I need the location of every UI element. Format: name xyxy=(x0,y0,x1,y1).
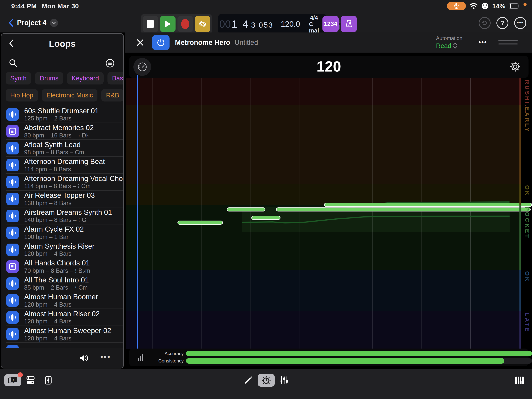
loop-list-item[interactable]: Air Release Topper 03130 bpm – 8 Bars xyxy=(1,191,123,208)
more-options-button[interactable]: ••• xyxy=(514,17,526,29)
loop-subtitle: 85 bpm – 2 Bars – ⁝ Cm xyxy=(24,284,89,291)
lcd-display[interactable]: 00 1 4 3 053 120.0 4/4 C maj InOut MIDI xyxy=(218,14,326,34)
filter-chip[interactable]: Synth xyxy=(6,72,31,84)
plugin-preset-name[interactable]: Untitled xyxy=(234,38,258,47)
loop-list-item[interactable]: Airstream Dreams Synth 01140 bpm – 8 Bar… xyxy=(1,207,123,224)
bpm-value[interactable]: 120 xyxy=(129,58,529,75)
loops-browser-panel: Loops SynthDrumsKeyboardBassSound Effect… xyxy=(1,33,124,368)
volume-icon[interactable] xyxy=(79,354,89,362)
plugin-power-button[interactable] xyxy=(152,35,170,50)
metronome-button[interactable] xyxy=(341,16,357,32)
consistency-label: Consistency xyxy=(154,358,186,364)
zone-strip xyxy=(519,105,521,184)
record-button[interactable] xyxy=(177,16,193,32)
lcd-position-ticks: 3 053 xyxy=(251,21,273,29)
midi-loop-icon xyxy=(6,125,19,137)
help-button[interactable]: ? xyxy=(496,17,508,29)
note-bar[interactable] xyxy=(177,221,223,225)
mixer-sliders-button[interactable] xyxy=(278,374,290,387)
loop-list-item[interactable]: Afternoon Dreaming Vocal Chop114 bpm – 8… xyxy=(1,174,123,191)
close-icon[interactable] xyxy=(137,39,144,46)
loop-item-text: Afternoon Dreaming Vocal Chop114 bpm – 8… xyxy=(24,175,123,190)
audio-loop-icon xyxy=(6,244,19,256)
timing-curve xyxy=(242,216,509,223)
bottom-dock: ♪ xyxy=(0,369,532,399)
cycle-loop-button[interactable] xyxy=(195,16,210,32)
loops-browser-toggle-button[interactable]: ♪ xyxy=(4,374,21,386)
keyboard-toggle-button[interactable] xyxy=(513,374,526,386)
filter-icon xyxy=(105,59,115,68)
loop-list-item[interactable]: Afternoon Dreaming Beat114 bpm – 8 Bars xyxy=(1,157,123,174)
loop-list-item[interactable]: Almost Human Sweeper 02120 bpm – 4 Bars xyxy=(1,326,123,343)
filter-chip[interactable]: Electronic Music xyxy=(42,89,97,101)
zone-label: OK xyxy=(522,184,532,205)
filter-chip[interactable]: Drums xyxy=(35,72,63,84)
loop-title: Alarm Cycle FX 02 xyxy=(24,225,84,234)
zone-label: LATE xyxy=(522,311,532,349)
zone-strip xyxy=(519,78,521,105)
plugin-resize-handle[interactable] xyxy=(498,40,518,47)
loop-list-item[interactable]: Alarm Cycle FX 02100 bpm – 1 Bar xyxy=(1,224,123,241)
filter-chip[interactable]: Bass xyxy=(108,72,124,84)
loop-list-item[interactable]: 60s Shuffle Drumset 01125 bpm – 2 Bars xyxy=(1,106,123,123)
loop-item-text: All Hands Chords 0170 bpm – 8 Bars – ⁝ B… xyxy=(24,259,90,274)
lcd-position-prefix: 00 xyxy=(219,18,231,30)
audio-loop-icon xyxy=(6,142,19,154)
loop-list-item[interactable]: Almost Human Riser 02120 bpm – 4 Bars xyxy=(1,309,123,326)
audio-loop-icon xyxy=(6,227,19,239)
audio-loop-icon xyxy=(6,159,19,171)
zone-strip xyxy=(519,184,521,205)
note-bar[interactable] xyxy=(251,216,280,220)
controls-knob-button[interactable] xyxy=(258,374,275,387)
loop-list-item[interactable]: All Hands Chords 0170 bpm – 8 Bars – ⁝ B… xyxy=(1,258,123,275)
filter-chip[interactable]: Hip Hop xyxy=(6,89,38,101)
note-bar[interactable] xyxy=(227,207,266,211)
stop-button[interactable] xyxy=(143,16,158,32)
loop-subtitle: 114 bpm – 8 Bars xyxy=(24,166,105,173)
project-title[interactable]: Project 4 xyxy=(17,19,46,27)
plugin-more-button[interactable]: ••• xyxy=(478,38,487,46)
loop-subtitle: 120 bpm – 4 Bars xyxy=(24,335,111,342)
filter-chip[interactable]: R&B xyxy=(101,89,124,101)
loop-list-item[interactable]: Afloat Synth Lead98 bpm – 8 Bars – Cm xyxy=(1,140,123,157)
timing-feedback-canvas[interactable]: RUSHI...EARLYOKPOCKETOKLATE xyxy=(126,78,532,349)
audio-loop-icon xyxy=(6,311,19,324)
count-in-button[interactable]: 1234 xyxy=(323,16,339,32)
search-button[interactable] xyxy=(9,59,18,68)
playhead[interactable] xyxy=(137,75,138,349)
note-bar[interactable] xyxy=(324,203,532,207)
loop-subtitle: 100 bpm – 1 Bar xyxy=(24,234,84,241)
status-date: Mon Mar 30 xyxy=(42,2,79,10)
filter-button[interactable] xyxy=(105,59,115,68)
settings-button[interactable] xyxy=(510,61,521,72)
loop-list-item[interactable]: Alarm Synthesis Riser120 bpm – 4 Bars xyxy=(1,241,123,258)
consistency-meter: Consistency xyxy=(154,358,532,364)
loop-item-text: Afloat Synth Lead98 bpm – 8 Bars – Cm xyxy=(24,141,84,156)
fader-icon xyxy=(45,376,52,385)
loop-list-item[interactable]: Almost Human Boomer120 bpm – 4 Bars xyxy=(1,292,123,309)
back-chevron-icon[interactable] xyxy=(8,19,13,27)
project-menu-button[interactable] xyxy=(50,19,58,27)
transport-controls xyxy=(141,14,212,34)
loop-list-item[interactable]: Abstract Memories 0280 bpm – 16 Bars – ⁝… xyxy=(1,123,123,140)
filter-chip[interactable]: Keyboard xyxy=(67,72,104,84)
loops-panel-footer: ••• xyxy=(1,348,123,368)
play-button[interactable] xyxy=(160,16,176,32)
loop-item-text: Almost Human Riser 02120 bpm – 4 Bars xyxy=(24,310,100,325)
loop-subtitle: 98 bpm – 8 Bars – Cm xyxy=(24,149,84,156)
piano-keyboard-icon xyxy=(515,376,525,384)
stop-icon xyxy=(147,20,154,28)
lcd-time-signature: 4/4 xyxy=(310,14,318,21)
status-bar: 9:44 PMMon Mar 30 xyxy=(0,0,532,12)
track-controls-button[interactable] xyxy=(24,374,37,387)
undo-button[interactable] xyxy=(479,17,491,29)
project-navigation: Project 4 xyxy=(8,15,58,31)
loop-subtitle: 120 bpm – 4 Bars xyxy=(24,250,95,257)
note-bar[interactable] xyxy=(276,207,531,211)
fader-button[interactable] xyxy=(42,374,55,387)
loop-list-item[interactable]: All The Soul Intro 0185 bpm – 2 Bars – ⁝… xyxy=(1,275,123,292)
edit-pencil-button[interactable] xyxy=(242,374,254,387)
battery-icon xyxy=(509,3,520,9)
automation-mode-value: Read xyxy=(436,42,451,50)
automation-control[interactable]: Automation Read xyxy=(436,35,462,50)
